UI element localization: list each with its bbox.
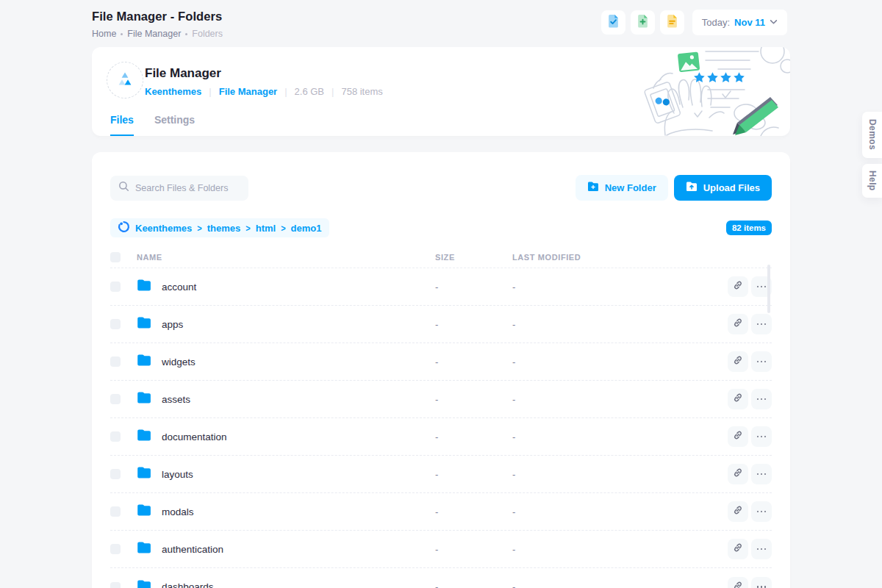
folder-icon: [137, 504, 151, 519]
upload-files-button[interactable]: Upload Files: [674, 175, 772, 201]
document-lines-button[interactable]: [660, 10, 684, 35]
ellipsis-icon: [757, 398, 767, 401]
link-icon: [733, 280, 743, 293]
path-row: Keenthemes > themes > html > demo1 82 it…: [110, 218, 772, 237]
document-check-button[interactable]: [601, 10, 625, 35]
search-box[interactable]: [110, 176, 248, 201]
app-link[interactable]: File Manager: [219, 86, 277, 97]
more-actions-button[interactable]: [751, 351, 772, 372]
copy-link-button[interactable]: [728, 539, 748, 559]
link-icon: [733, 505, 743, 518]
folder-name-link[interactable]: widgets: [162, 356, 196, 368]
size-value: -: [435, 394, 512, 405]
help-side-tab[interactable]: Help: [862, 164, 882, 198]
page-header: File Manager - Folders Home File Manager…: [92, 10, 223, 39]
copy-link-button[interactable]: [728, 426, 748, 447]
path-crumb-demo1[interactable]: demo1: [291, 223, 322, 234]
app-title: File Manager: [145, 66, 221, 81]
more-actions-button[interactable]: [751, 577, 772, 588]
tab-files[interactable]: Files: [110, 114, 134, 136]
new-folder-button[interactable]: New Folder: [576, 175, 668, 201]
modified-value: -: [512, 581, 720, 588]
more-actions-button[interactable]: [751, 539, 772, 559]
date-picker-button[interactable]: Today: Nov 11: [692, 10, 787, 35]
file-browser-card: New Folder Upload Files Keenthemes > the…: [92, 152, 790, 588]
row-checkbox[interactable]: [110, 319, 121, 329]
row-checkbox[interactable]: [110, 582, 121, 588]
chevron-right-icon: >: [281, 223, 285, 233]
row-checkbox[interactable]: [110, 469, 121, 479]
folder-icon: [137, 354, 151, 369]
copy-link-button[interactable]: [728, 351, 748, 372]
more-actions-button[interactable]: [751, 389, 772, 409]
copy-link-button[interactable]: [728, 464, 748, 484]
folder-icon: [137, 429, 151, 444]
breadcrumb-file-manager[interactable]: File Manager: [127, 29, 181, 39]
copy-link-button[interactable]: [728, 389, 748, 409]
items-count-badge: 82 items: [726, 220, 772, 235]
folder-name-link[interactable]: modals: [162, 506, 194, 517]
breadcrumb: Home File Manager Folders: [92, 29, 223, 39]
document-plus-button[interactable]: [631, 10, 655, 35]
copy-link-button[interactable]: [728, 577, 748, 588]
path-crumb-keenthemes[interactable]: Keenthemes: [135, 223, 192, 234]
folder-icon: [137, 467, 151, 481]
table-row: dashboards - -: [110, 568, 772, 588]
folder-name-link[interactable]: apps: [162, 319, 183, 330]
topbar-actions: Today: Nov 11: [601, 10, 787, 35]
ellipsis-icon: [757, 286, 767, 288]
browser-toolbar: New Folder Upload Files: [110, 175, 772, 201]
app-header-card: File Manager Keenthemes | File Manager |…: [92, 47, 790, 136]
table-scrollbar[interactable]: [767, 265, 770, 313]
breadcrumb-home[interactable]: Home: [92, 29, 116, 39]
size-value: -: [435, 431, 512, 442]
path-crumb-themes[interactable]: themes: [207, 223, 241, 234]
link-icon: [733, 542, 743, 556]
row-checkbox[interactable]: [110, 431, 121, 442]
date-value: Nov 11: [734, 17, 765, 28]
row-checkbox[interactable]: [110, 544, 121, 554]
folder-name-link[interactable]: authentication: [162, 544, 223, 555]
search-input[interactable]: [135, 183, 240, 193]
folder-icon: [137, 580, 151, 588]
row-checkbox[interactable]: [110, 394, 121, 404]
items-count: 758 items: [341, 86, 382, 97]
folder-name-link[interactable]: dashboards: [162, 581, 214, 588]
table-row: apps - -: [110, 306, 772, 343]
app-logo-avatar: [107, 62, 143, 98]
select-all-checkbox[interactable]: [110, 252, 121, 262]
folder-name-link[interactable]: documentation: [162, 431, 227, 442]
more-actions-button[interactable]: [751, 314, 772, 334]
link-icon: [733, 581, 743, 588]
folder-name-link[interactable]: layouts: [162, 469, 193, 480]
more-actions-button[interactable]: [751, 426, 772, 447]
size-value: -: [435, 319, 512, 330]
modified-value: -: [512, 431, 720, 442]
more-actions-button[interactable]: [751, 464, 772, 484]
breadcrumb-current: Folders: [192, 29, 223, 39]
app-meta: Keenthemes | File Manager | 2.6 GB | 758…: [145, 86, 383, 97]
table-header: NAME SIZE LAST MODIFIED: [110, 246, 772, 268]
row-checkbox[interactable]: [110, 506, 121, 517]
copy-link-button[interactable]: [728, 276, 748, 297]
ellipsis-icon: [757, 548, 767, 551]
vendor-link[interactable]: Keenthemes: [145, 86, 201, 97]
folder-upload-icon: [686, 182, 698, 194]
size-value: -: [435, 282, 512, 293]
copy-link-button[interactable]: [728, 501, 748, 522]
path-crumb-html[interactable]: html: [256, 223, 276, 234]
new-folder-label: New Folder: [605, 182, 656, 193]
column-header-modified: LAST MODIFIED: [512, 253, 720, 262]
copy-link-button[interactable]: [728, 314, 748, 334]
row-checkbox[interactable]: [110, 282, 121, 292]
row-checkbox[interactable]: [110, 356, 121, 367]
link-icon: [733, 430, 743, 443]
path-logo-icon: [118, 220, 130, 236]
folder-name-link[interactable]: account: [162, 282, 196, 293]
page-title: File Manager - Folders: [92, 10, 223, 24]
folder-name-link[interactable]: assets: [162, 394, 190, 405]
more-actions-button[interactable]: [751, 501, 772, 522]
demos-side-tab[interactable]: Demos: [862, 112, 882, 158]
folder-plus-icon: [587, 182, 599, 194]
tab-settings[interactable]: Settings: [154, 114, 195, 136]
